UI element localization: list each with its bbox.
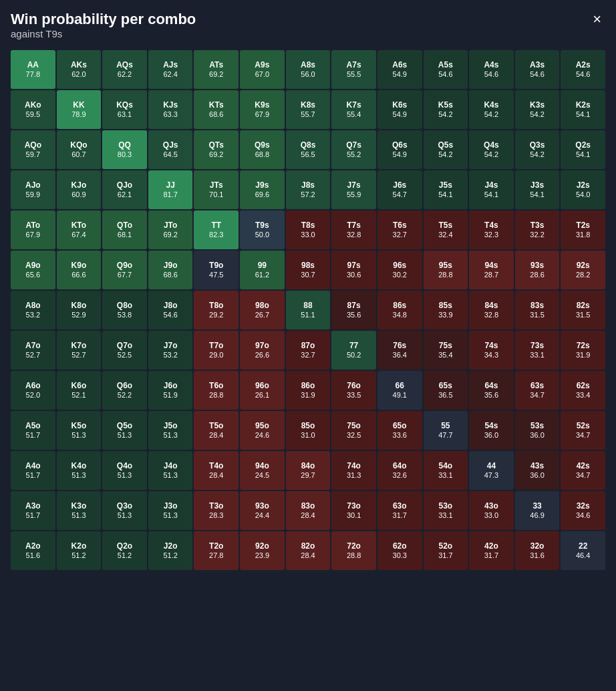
cell-hand-label: A4s — [484, 60, 498, 70]
cell-probability: 31.7 — [438, 551, 452, 560]
cell-probability: 62.1 — [118, 190, 132, 199]
grid-cell-ajo: AJo59.9 — [11, 170, 55, 209]
cell-probability: 28.4 — [301, 511, 315, 520]
grid-cell-75s: 75s35.4 — [424, 331, 468, 370]
cell-probability: 54.6 — [163, 310, 177, 319]
grid-cell-k2s: K2s54.1 — [561, 90, 605, 129]
grid-cell-83o: 83o28.4 — [286, 491, 331, 530]
cell-probability: 82.3 — [209, 230, 223, 239]
grid-cell-qjo: QJo62.1 — [102, 170, 147, 209]
grid-cell-84o: 84o29.7 — [286, 451, 331, 490]
cell-hand-label: J2s — [577, 180, 590, 190]
cell-hand-label: 92o — [255, 541, 269, 551]
cell-hand-label: 85o — [301, 421, 315, 430]
grid-cell-qq: QQ80.3 — [102, 130, 147, 169]
cell-probability: 54.1 — [576, 110, 590, 119]
grid-cell-73o: 73o30.1 — [331, 491, 376, 530]
grid-cell-k7s: K7s55.4 — [331, 90, 376, 129]
cell-probability: 27.8 — [209, 551, 223, 560]
cell-hand-label: 62o — [393, 541, 407, 551]
cell-probability: 77.8 — [26, 70, 40, 79]
grid-cell-q8o: Q8o53.8 — [102, 291, 147, 329]
cell-probability: 57.2 — [301, 190, 315, 199]
cell-hand-label: T4o — [209, 461, 223, 470]
cell-probability: 59.7 — [26, 150, 40, 159]
cell-hand-label: T4s — [484, 221, 498, 230]
grid-cell-83s: 83s31.5 — [515, 291, 560, 329]
cell-probability: 35.4 — [438, 350, 452, 360]
grid-cell-96o: 96o26.1 — [240, 371, 285, 410]
cell-hand-label: Q8o — [117, 301, 132, 310]
cell-probability: 29.2 — [209, 310, 223, 319]
grid-cell-j9s: J9s69.6 — [240, 170, 285, 209]
cell-probability: 80.3 — [118, 150, 132, 159]
grid-cell-t6s: T6s32.7 — [377, 211, 422, 249]
grid-cell-kjo: KJo60.9 — [57, 170, 102, 209]
cell-hand-label: 97s — [347, 261, 361, 270]
grid-cell-62s: 62s33.4 — [561, 371, 605, 410]
grid-cell-k6o: K6o52.1 — [57, 371, 102, 410]
cell-probability: 26.7 — [255, 310, 269, 319]
grid-cell-kjs: KJs63.3 — [148, 90, 193, 129]
cell-hand-label: 94o — [255, 461, 269, 470]
cell-probability: 33.5 — [347, 390, 361, 400]
grid-cell-k2o: K2o51.2 — [57, 531, 102, 570]
cell-probability: 33.1 — [438, 511, 452, 520]
cell-probability: 54.2 — [484, 110, 498, 119]
grid-cell-q4o: Q4o51.3 — [102, 451, 147, 490]
cell-probability: 56.0 — [301, 70, 315, 79]
cell-hand-label: 42s — [577, 461, 590, 470]
title-block: Win probability per combo against T9s — [11, 11, 196, 47]
cell-probability: 54.6 — [530, 70, 544, 79]
cell-probability: 33.0 — [484, 511, 498, 520]
cell-probability: 67.7 — [118, 270, 132, 279]
grid-cell-q2o: Q2o51.2 — [102, 531, 147, 570]
grid-cell-a2o: A2o51.6 — [11, 531, 55, 570]
cell-hand-label: ATo — [26, 221, 41, 230]
grid-cell-qts: QTs69.2 — [194, 130, 239, 169]
cell-hand-label: J9o — [164, 261, 178, 270]
grid-cell-t2s: T2s31.8 — [561, 211, 605, 249]
cell-hand-label: QJo — [117, 180, 132, 190]
cell-probability: 54.1 — [530, 190, 544, 199]
cell-hand-label: T5s — [438, 221, 452, 230]
grid-cell-jj: JJ81.7 — [148, 170, 193, 209]
grid-cell-94o: 94o24.5 — [240, 451, 285, 490]
cell-hand-label: KTs — [209, 100, 224, 110]
cell-probability: 34.7 — [530, 390, 544, 400]
close-button[interactable]: × — [589, 11, 605, 28]
grid-cell-tt: TT82.3 — [194, 211, 239, 249]
cell-probability: 28.8 — [438, 270, 452, 279]
cell-probability: 64.5 — [163, 150, 177, 159]
cell-hand-label: A6s — [392, 60, 407, 70]
cell-hand-label: T9o — [209, 261, 223, 270]
cell-hand-label: AA — [27, 60, 39, 70]
cell-probability: 50.2 — [347, 350, 361, 360]
cell-hand-label: A3s — [530, 60, 545, 70]
cell-hand-label: T6s — [393, 221, 407, 230]
cell-hand-label: KJo — [71, 180, 87, 190]
cell-hand-label: T3o — [209, 501, 223, 511]
cell-hand-label: 52o — [438, 541, 452, 551]
cell-hand-label: 77 — [349, 341, 358, 350]
cell-probability: 47.7 — [438, 430, 452, 440]
grid-cell-t3s: T3s32.2 — [515, 211, 560, 249]
cell-probability: 67.4 — [71, 230, 86, 239]
grid-cell-96s: 96s30.2 — [377, 251, 422, 289]
grid-cell-32o: 32o31.6 — [515, 531, 560, 570]
grid-cell-j5o: J5o51.3 — [148, 411, 193, 450]
cell-probability: 30.2 — [393, 270, 407, 279]
cell-hand-label: T2s — [576, 221, 590, 230]
cell-probability: 31.9 — [301, 390, 315, 400]
grid-cell-87s: 87s35.6 — [331, 291, 376, 329]
cell-hand-label: 74s — [484, 341, 498, 350]
cell-probability: 26.1 — [255, 390, 269, 400]
cell-hand-label: 33 — [532, 501, 541, 511]
cell-probability: 69.2 — [209, 70, 223, 79]
grid-cell-k9o: K9o66.6 — [57, 251, 102, 289]
cell-probability: 51.3 — [163, 430, 177, 440]
grid-cell-84s: 84s32.8 — [469, 291, 514, 329]
cell-probability: 55.9 — [347, 190, 361, 199]
grid-cell-22: 2246.4 — [561, 531, 605, 570]
cell-probability: 36.0 — [530, 470, 544, 480]
